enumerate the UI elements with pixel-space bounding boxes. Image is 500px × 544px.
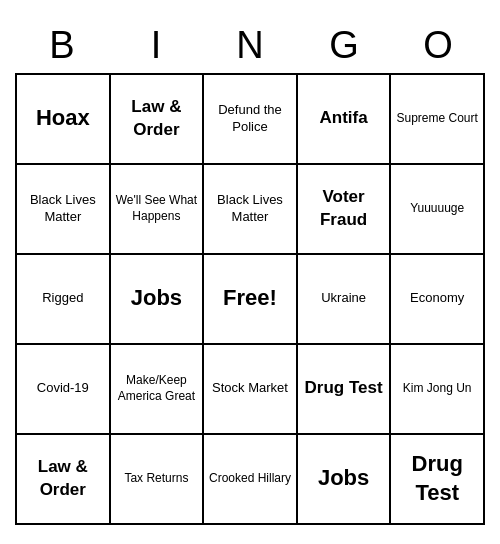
bingo-card: B I N G O HoaxLaw & OrderDefund the Poli… <box>15 20 485 525</box>
bingo-cell-8: Voter Fraud <box>298 165 392 255</box>
letter-o: O <box>394 24 482 67</box>
letter-i: I <box>112 24 200 67</box>
letter-g: G <box>300 24 388 67</box>
bingo-cell-0: Hoax <box>17 75 111 165</box>
bingo-cell-16: Make/Keep America Great <box>111 345 205 435</box>
bingo-cell-24: Drug Test <box>391 435 485 525</box>
bingo-cell-3: Antifa <box>298 75 392 165</box>
bingo-cell-13: Ukraine <box>298 255 392 345</box>
bingo-cell-5: Black Lives Matter <box>17 165 111 255</box>
bingo-cell-11: Jobs <box>111 255 205 345</box>
bingo-cell-19: Kim Jong Un <box>391 345 485 435</box>
bingo-cell-7: Black Lives Matter <box>204 165 298 255</box>
bingo-grid: HoaxLaw & OrderDefund the PoliceAntifaSu… <box>15 73 485 525</box>
bingo-cell-4: Supreme Court <box>391 75 485 165</box>
bingo-cell-6: We'll See What Happens <box>111 165 205 255</box>
bingo-cell-21: Tax Returns <box>111 435 205 525</box>
bingo-cell-15: Covid-19 <box>17 345 111 435</box>
bingo-cell-12: Free! <box>204 255 298 345</box>
bingo-cell-10: Rigged <box>17 255 111 345</box>
bingo-cell-23: Jobs <box>298 435 392 525</box>
bingo-cell-20: Law & Order <box>17 435 111 525</box>
bingo-cell-22: Crooked Hillary <box>204 435 298 525</box>
letter-n: N <box>206 24 294 67</box>
bingo-header: B I N G O <box>15 20 485 73</box>
bingo-cell-14: Economy <box>391 255 485 345</box>
bingo-cell-18: Drug Test <box>298 345 392 435</box>
bingo-cell-2: Defund the Police <box>204 75 298 165</box>
bingo-cell-1: Law & Order <box>111 75 205 165</box>
bingo-cell-17: Stock Market <box>204 345 298 435</box>
bingo-cell-9: Yuuuuuge <box>391 165 485 255</box>
letter-b: B <box>18 24 106 67</box>
